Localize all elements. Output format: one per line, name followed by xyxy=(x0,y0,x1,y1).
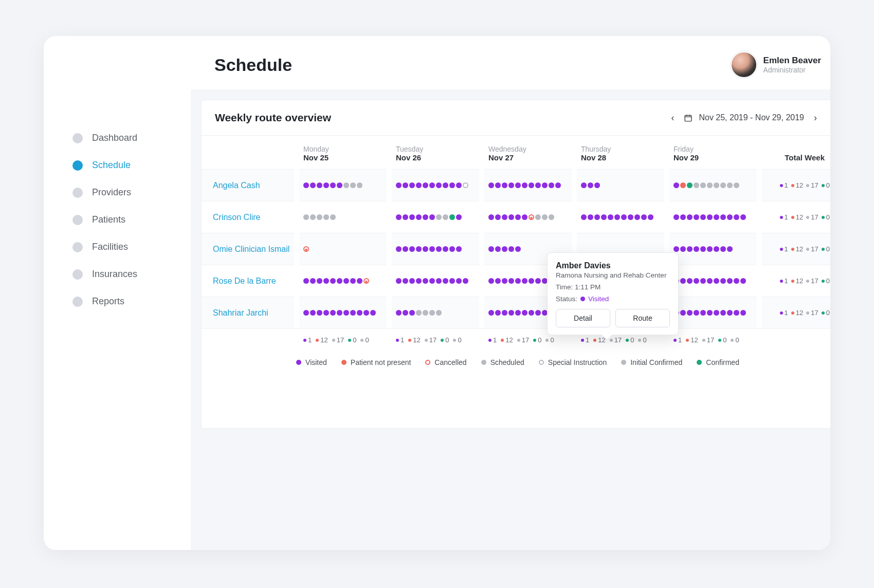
sidebar-item-dashboard[interactable]: Dashboard xyxy=(44,124,191,152)
visited-dot[interactable] xyxy=(700,214,706,220)
visited-dot[interactable] xyxy=(680,214,686,220)
visited-dot[interactable] xyxy=(740,214,746,220)
visited-dot[interactable] xyxy=(343,310,349,316)
scheduled-dot[interactable] xyxy=(700,182,706,188)
prev-week-button[interactable]: ‹ xyxy=(667,113,678,123)
visited-dot[interactable] xyxy=(443,246,448,252)
visited-dot[interactable] xyxy=(423,182,428,188)
visited-dot[interactable] xyxy=(522,278,527,284)
visited-dot[interactable] xyxy=(429,182,435,188)
visited-dot[interactable] xyxy=(707,214,713,220)
visited-dot[interactable] xyxy=(673,214,679,220)
cancelled-dot[interactable] xyxy=(303,246,309,252)
visited-dot[interactable] xyxy=(409,182,415,188)
visited-dot[interactable] xyxy=(502,278,507,284)
visited-dot[interactable] xyxy=(687,214,693,220)
visited-dot[interactable] xyxy=(508,182,514,188)
cancelled-dot[interactable] xyxy=(363,278,369,284)
sidebar-item-reports[interactable]: Reports xyxy=(44,288,191,315)
visited-dot[interactable] xyxy=(502,310,507,316)
visited-dot[interactable] xyxy=(508,246,514,252)
visited-dot[interactable] xyxy=(423,214,428,220)
visited-dot[interactable] xyxy=(495,246,501,252)
cancelled-dot[interactable] xyxy=(529,214,534,220)
visited-dot[interactable] xyxy=(488,182,494,188)
visited-dot[interactable] xyxy=(303,310,309,316)
visited-dot[interactable] xyxy=(449,246,455,252)
tooltip-route-button[interactable]: Route xyxy=(615,309,670,327)
visited-dot[interactable] xyxy=(357,310,362,316)
scheduled-dot[interactable] xyxy=(542,214,548,220)
visited-dot[interactable] xyxy=(673,246,679,252)
visited-dot[interactable] xyxy=(549,182,554,188)
scheduled-dot[interactable] xyxy=(694,182,699,188)
date-range-text[interactable]: Nov 25, 2019 - Nov 29, 2019 xyxy=(699,113,804,122)
visited-dot[interactable] xyxy=(416,214,422,220)
visited-dot[interactable] xyxy=(436,182,442,188)
visited-dot[interactable] xyxy=(687,246,693,252)
visited-dot[interactable] xyxy=(694,246,699,252)
visited-dot[interactable] xyxy=(707,310,713,316)
special-dot[interactable] xyxy=(463,182,468,188)
visited-dot[interactable] xyxy=(343,278,349,284)
visited-dot[interactable] xyxy=(495,310,501,316)
visited-dot[interactable] xyxy=(502,246,507,252)
visited-dot[interactable] xyxy=(700,246,706,252)
visited-dot[interactable] xyxy=(720,310,726,316)
visited-dot[interactable] xyxy=(641,214,647,220)
visited-dot[interactable] xyxy=(740,310,746,316)
visited-dot[interactable] xyxy=(409,278,415,284)
visited-dot[interactable] xyxy=(673,182,679,188)
visited-dot[interactable] xyxy=(601,214,607,220)
visited-dot[interactable] xyxy=(648,214,653,220)
visited-dot[interactable] xyxy=(727,246,733,252)
visited-dot[interactable] xyxy=(720,278,726,284)
visited-dot[interactable] xyxy=(522,182,527,188)
visited-dot[interactable] xyxy=(403,182,408,188)
visited-dot[interactable] xyxy=(515,278,521,284)
visited-dot[interactable] xyxy=(707,246,713,252)
visited-dot[interactable] xyxy=(396,246,402,252)
visited-dot[interactable] xyxy=(714,310,719,316)
visited-dot[interactable] xyxy=(680,246,686,252)
scheduled-dot[interactable] xyxy=(549,214,554,220)
visited-dot[interactable] xyxy=(687,310,693,316)
visited-dot[interactable] xyxy=(694,214,699,220)
visited-dot[interactable] xyxy=(515,214,521,220)
visited-dot[interactable] xyxy=(581,214,587,220)
scheduled-dot[interactable] xyxy=(343,182,349,188)
user-block[interactable]: Emlen Beaver Administrator xyxy=(732,52,821,77)
visited-dot[interactable] xyxy=(310,182,316,188)
scheduled-dot[interactable] xyxy=(357,182,362,188)
visited-dot[interactable] xyxy=(529,182,534,188)
visited-dot[interactable] xyxy=(700,278,706,284)
visited-dot[interactable] xyxy=(495,278,501,284)
visited-dot[interactable] xyxy=(594,214,600,220)
confirmed-dot[interactable] xyxy=(449,214,455,220)
visited-dot[interactable] xyxy=(488,214,494,220)
visited-dot[interactable] xyxy=(714,246,719,252)
visited-dot[interactable] xyxy=(680,310,686,316)
notpresent-dot[interactable] xyxy=(680,182,686,188)
next-week-button[interactable]: › xyxy=(810,113,821,123)
visited-dot[interactable] xyxy=(423,278,428,284)
visited-dot[interactable] xyxy=(310,310,316,316)
visited-dot[interactable] xyxy=(416,278,422,284)
provider-link[interactable]: Angela Cash xyxy=(206,181,260,190)
visited-dot[interactable] xyxy=(700,310,706,316)
sidebar-item-schedule[interactable]: Schedule xyxy=(44,152,191,179)
visited-dot[interactable] xyxy=(614,214,620,220)
avatar[interactable] xyxy=(732,52,756,77)
visited-dot[interactable] xyxy=(449,278,455,284)
visited-dot[interactable] xyxy=(409,310,415,316)
scheduled-dot[interactable] xyxy=(720,182,726,188)
visited-dot[interactable] xyxy=(330,182,336,188)
scheduled-dot[interactable] xyxy=(350,182,356,188)
visited-dot[interactable] xyxy=(515,310,521,316)
visited-dot[interactable] xyxy=(734,310,739,316)
visited-dot[interactable] xyxy=(502,214,507,220)
sidebar-item-providers[interactable]: Providers xyxy=(44,179,191,206)
visited-dot[interactable] xyxy=(396,310,402,316)
scheduled-dot[interactable] xyxy=(310,214,316,220)
visited-dot[interactable] xyxy=(488,246,494,252)
